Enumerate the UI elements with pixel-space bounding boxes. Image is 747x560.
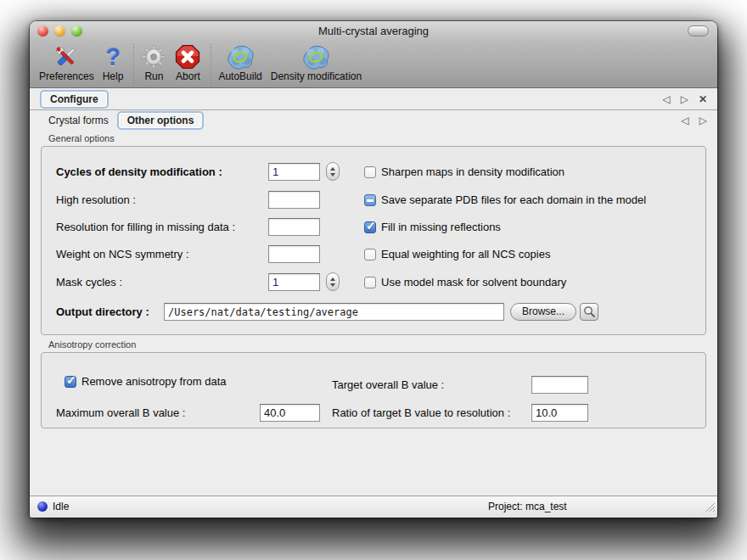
checkbox-fill-missing-reflections[interactable]: Fill in missing reflections [364,221,501,233]
resolution-filling-label: Resolution for filling in missing data : [56,221,235,233]
run-label: Run [144,70,163,82]
anisotropy-section-label: Anisotropy correction [48,339,136,350]
mask-cycles-label: Mask cycles : [56,276,122,288]
checkbox-label: Equal weighting for all NCS copies [381,248,550,260]
stepper-up-icon[interactable] [330,167,335,171]
density-modification-button[interactable]: Density modification [271,42,362,82]
stepper-down-icon[interactable] [330,173,335,176]
tools-icon [53,42,80,70]
target-b-value-input[interactable] [531,376,588,394]
checkbox-equal-weighting[interactable]: Equal weighting for all NCS copies [364,248,550,260]
stepper-down-icon[interactable] [330,283,335,287]
autobuild-label: AutoBuild [218,70,261,82]
help-label: Help [103,70,124,82]
status-indicator-icon [37,501,48,512]
checkbox-unchecked-icon [364,277,376,288]
gear-icon [141,42,166,70]
tab-other-options[interactable]: Other options [117,111,205,130]
browse-button[interactable]: Browse... [510,303,576,321]
status-bar: Idle Project: mca_test [30,496,717,518]
checkbox-label: Save separate PDB files for each domain … [381,193,646,206]
density-modification-label: Density modification [271,70,362,82]
anisotropy-groupbox: Remove anisotropy from data Target overa… [41,352,706,428]
ratio-b-value-label: Ratio of target B value to resolution : [332,406,510,419]
outer-tab-nav [662,94,707,104]
checkbox-label: Remove anisotropy from data [81,375,227,388]
view-directory-button[interactable] [580,303,598,321]
ncs-weight-label: Weight on NCS symmetry : [56,248,189,260]
outer-tab-bar: Configure [30,88,717,110]
tab-crystal-forms[interactable]: Crystal forms [40,111,117,130]
checkbox-remove-anisotropy[interactable]: Remove anisotropy from data [65,375,227,388]
window-title: Multi-crystal averaging [30,25,717,37]
magnifier-icon [583,305,596,318]
cycles-density-mod-stepper[interactable] [326,162,340,181]
tab-scroll-left-icon[interactable] [662,94,670,104]
ncs-weight-input[interactable] [268,245,320,263]
checkbox-label: Fill in missing reflections [381,221,501,233]
ratio-b-value-input[interactable] [531,404,588,422]
high-resolution-input[interactable] [268,191,320,209]
autobuild-button[interactable]: AutoBuild [218,42,261,82]
checkbox-save-pdb-files[interactable]: Save separate PDB files for each domain … [364,193,646,206]
resolution-filling-input[interactable] [268,218,320,236]
target-b-value-label: Target overall B value : [332,378,444,391]
checkbox-label: Use model mask for solvent boundary [381,276,566,288]
app-window: Multi-crystal averaging Preferenc [30,21,717,518]
inner-tab-bar: Crystal forms Other options [30,110,717,131]
protein-density-icon [301,42,330,70]
help-button[interactable]: ? Help [103,42,124,82]
general-options-groupbox: Cycles of density modification : High re… [41,146,706,335]
mask-cycles-stepper[interactable] [326,272,340,291]
tab-scroll-left-icon[interactable] [682,115,689,126]
checkbox-unchecked-icon [364,166,376,178]
checkbox-checked-icon [364,221,376,233]
checkbox-sharpen-maps[interactable]: Sharpen maps in density modification [364,165,564,178]
tab-scroll-right-icon[interactable] [699,115,707,126]
checkbox-label: Sharpen maps in density modification [381,165,564,178]
mask-cycles-input[interactable] [268,273,320,291]
tab-crystal-forms-label: Crystal forms [48,115,109,126]
inner-tab-nav [682,115,707,126]
checkbox-model-mask[interactable]: Use model mask for solvent boundary [364,276,566,288]
general-options-section-label: General options [48,133,115,143]
toolbar-separator [133,44,134,83]
preferences-button[interactable]: Preferences [39,42,94,82]
checkbox-indeterminate-icon [364,194,376,206]
abort-icon [175,42,200,70]
tab-scroll-right-icon[interactable] [681,94,688,104]
high-resolution-label: High resolution : [56,193,136,206]
cycles-density-mod-label: Cycles of density modification : [56,165,222,178]
abort-button[interactable]: Abort [175,42,200,82]
output-directory-label: Output directory : [56,305,149,318]
checkbox-checked-icon [65,376,76,388]
max-b-value-input[interactable] [260,404,320,422]
checkbox-unchecked-icon [364,249,376,260]
cycles-density-mod-input[interactable] [268,163,320,181]
output-directory-input[interactable] [164,303,504,321]
stepper-up-icon[interactable] [330,277,335,281]
toolbar: Preferences ? Help [30,41,717,88]
title-bar[interactable]: Multi-crystal averaging [30,21,717,41]
protein-density-icon [226,42,255,70]
tab-other-options-label: Other options [127,115,194,126]
max-b-value-label: Maximum overall B value : [56,406,185,419]
toolbar-toggle-button[interactable] [688,25,709,36]
toolbar-separator [211,44,211,83]
status-text: Idle [53,501,69,512]
resize-grip[interactable] [704,500,715,515]
options-panel: General options Cycles of density modifi… [30,131,717,496]
abort-label: Abort [176,70,200,82]
run-button[interactable]: Run [141,42,166,82]
tab-configure-label: Configure [50,93,98,105]
preferences-label: Preferences [39,70,94,82]
tab-configure[interactable]: Configure [40,90,109,109]
project-label: Project: mca_test [488,501,567,512]
help-icon: ? [105,42,121,70]
tab-close-icon[interactable] [699,94,707,104]
